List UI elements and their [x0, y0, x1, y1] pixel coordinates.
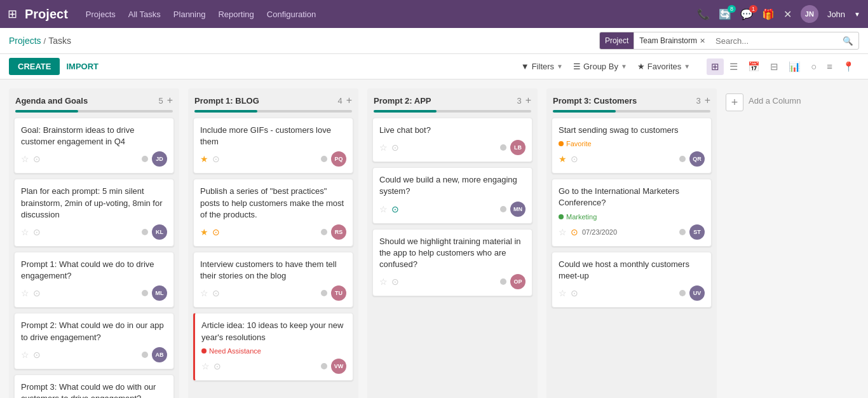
column-title: Prompt 3: Customers: [553, 96, 692, 106]
card[interactable]: Prompt 3: What could we do with our cust…: [14, 374, 174, 398]
grid-menu-icon[interactable]: ⊞: [8, 7, 17, 21]
card[interactable]: Start sending swag to customers Favorite…: [552, 118, 712, 174]
card-star[interactable]: ☆: [21, 154, 29, 164]
card-star[interactable]: ☆: [21, 350, 29, 360]
refresh-icon[interactable]: 🔄8: [719, 8, 731, 20]
view-kanban[interactable]: ⊞: [707, 58, 724, 75]
card[interactable]: Live chat bot? ☆ ⊙ LB: [372, 118, 532, 162]
card-avatar: AB: [152, 347, 167, 362]
column-add-button[interactable]: +: [705, 95, 710, 106]
card-clock[interactable]: ⊙: [33, 288, 41, 298]
nav-right-icons: 📞 🔄8 💬1 🎁 ✕ JN John ▼: [697, 5, 860, 23]
user-name[interactable]: John: [827, 10, 845, 19]
filter-group: ▼ Filters ▼ ☰ Group By ▼ ★ Favorites ▼: [521, 62, 690, 71]
chat-icon[interactable]: 💬1: [740, 8, 753, 20]
card-star[interactable]: ★: [200, 227, 208, 237]
card-star[interactable]: ☆: [379, 204, 388, 214]
card-avatar: ML: [152, 285, 167, 301]
card-clock[interactable]: ⊙: [391, 204, 399, 214]
nav-all-tasks[interactable]: All Tasks: [128, 10, 161, 19]
card-status-dot: [142, 229, 148, 235]
card[interactable]: Publish a series of "best practices" pos…: [193, 179, 353, 247]
column-add-button[interactable]: +: [346, 95, 352, 106]
favorites-button[interactable]: ★ Favorites ▼: [637, 62, 690, 71]
card-footer: ☆ ⊙ MN: [379, 202, 526, 217]
card-star[interactable]: ☆: [559, 227, 567, 237]
card-clock[interactable]: ⊙: [214, 361, 221, 371]
card-clock[interactable]: ⊙: [571, 154, 578, 164]
card[interactable]: Article idea: 10 ideas to keep your new …: [193, 313, 353, 380]
card-title: Article idea: 10 ideas to keep your new …: [201, 320, 346, 343]
view-grid[interactable]: ⊟: [766, 58, 783, 75]
groupby-button[interactable]: ☰ Group By ▼: [573, 62, 627, 71]
nav-planning[interactable]: Planning: [173, 10, 206, 19]
card[interactable]: Goal: Brainstorm ideas to drive customer…: [14, 118, 174, 174]
column-add-button[interactable]: +: [526, 95, 531, 106]
card[interactable]: Could we host a monthly customers meet-u…: [552, 252, 712, 308]
card-star[interactable]: ☆: [379, 277, 388, 287]
import-button[interactable]: IMPORT: [66, 62, 98, 71]
search-tag-close[interactable]: ✕: [700, 37, 705, 45]
card-star[interactable]: ☆: [21, 227, 29, 237]
column-cards: Start sending swag to customers Favorite…: [546, 118, 717, 313]
search-area: Project Team Brainstorm ✕ 🔍: [599, 32, 859, 50]
phone-icon[interactable]: 📞: [697, 8, 710, 20]
close-icon[interactable]: ✕: [783, 8, 792, 20]
filters-button[interactable]: ▼ Filters ▼: [521, 62, 563, 71]
card[interactable]: Include more GIFs - customers love them …: [193, 118, 353, 174]
add-column-button[interactable]: +: [726, 93, 743, 111]
card-clock[interactable]: ⊙: [212, 154, 220, 164]
card-star[interactable]: ☆: [379, 142, 388, 153]
view-icons: ⊞ ☰ 📅 ⊟ 📊 ○ ≡ 📍: [707, 58, 859, 75]
column-cards: Live chat bot? ☆ ⊙ LB Could we build a n…: [367, 118, 538, 301]
gift-icon[interactable]: 🎁: [762, 8, 775, 20]
card-footer: ☆ ⊙ 07/23/2020 ST: [559, 224, 705, 240]
search-button[interactable]: 🔍: [837, 35, 858, 47]
add-column-label: Add a Column: [749, 93, 801, 106]
card-status-dot: [142, 290, 148, 296]
card[interactable]: Interview customers to have them tell th…: [193, 252, 353, 308]
card-clock[interactable]: ⊙: [33, 154, 41, 164]
card-clock[interactable]: ⊙: [212, 288, 220, 298]
card-star[interactable]: ☆: [21, 288, 29, 298]
card-star[interactable]: ★: [200, 154, 208, 164]
card[interactable]: Could we build a new, more engaging syst…: [372, 167, 532, 223]
card[interactable]: Prompt 2: What could we do in our app to…: [14, 313, 174, 369]
card-clock[interactable]: ⊙: [33, 227, 41, 237]
nav-configuration[interactable]: Configuration: [267, 10, 316, 19]
column-add-button[interactable]: +: [167, 95, 173, 106]
nav-projects[interactable]: Projects: [86, 10, 116, 19]
card[interactable]: Prompt 1: What could we do to drive enga…: [14, 252, 174, 308]
search-input[interactable]: [710, 32, 837, 49]
card-avatar: VW: [331, 359, 346, 374]
card-status-dot: [321, 290, 327, 296]
card-clock[interactable]: ⊙: [33, 350, 41, 360]
view-map[interactable]: 📍: [838, 58, 859, 75]
card-star[interactable]: ★: [559, 154, 567, 164]
nav-links: Projects All Tasks Planning Reporting Co…: [86, 10, 697, 19]
tag-dot: [559, 141, 564, 146]
card-clock[interactable]: ⊙: [391, 142, 399, 153]
view-chart[interactable]: 📊: [784, 58, 805, 75]
card-clock[interactable]: ⊙: [212, 227, 220, 237]
nav-reporting[interactable]: Reporting: [218, 10, 254, 19]
view-lines[interactable]: ≡: [822, 58, 837, 74]
avatar[interactable]: JN: [801, 5, 818, 23]
card[interactable]: Plan for each prompt: 5 min silent brain…: [14, 179, 174, 247]
view-list[interactable]: ☰: [725, 58, 742, 75]
card-star[interactable]: ☆: [559, 288, 567, 298]
card-clock[interactable]: ⊙: [571, 227, 578, 237]
view-circle[interactable]: ○: [806, 58, 821, 74]
view-calendar[interactable]: 📅: [743, 58, 764, 75]
card-star[interactable]: ☆: [200, 288, 208, 298]
card[interactable]: Go to the International Marketers Confer…: [552, 179, 712, 246]
breadcrumb-parent[interactable]: Projects: [9, 36, 41, 46]
user-dropdown-icon[interactable]: ▼: [854, 11, 860, 18]
card-clock[interactable]: ⊙: [391, 277, 399, 287]
create-button[interactable]: CREATE: [9, 58, 60, 75]
favorites-caret: ▼: [684, 63, 690, 70]
card-clock[interactable]: ⊙: [571, 288, 578, 298]
add-column[interactable]: + Add a Column: [726, 88, 840, 398]
card-star[interactable]: ☆: [201, 361, 210, 371]
card[interactable]: Should we highlight training material in…: [372, 229, 532, 297]
